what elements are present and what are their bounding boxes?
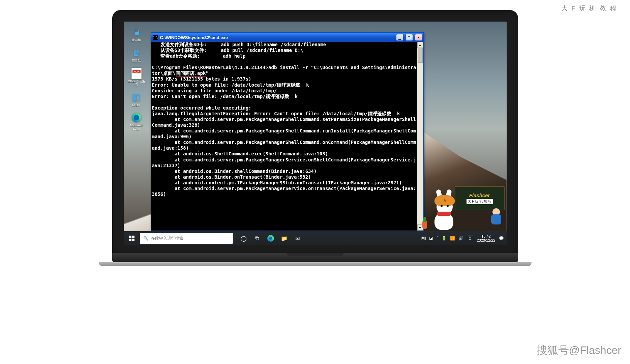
taskbar-search[interactable]: 🔍 在此键入进行搜索 [140,233,233,244]
scroll-up-button[interactable]: ▲ [417,42,423,48]
taskbar-explorer[interactable]: 📁 [277,231,291,245]
taskbar: 🔍 在此键入进行搜索 ◯ ⧉ 📁 ✉ MI ◪ ˄ 🔋 📶 🔊 英 [124,231,507,245]
svg-rect-3 [132,239,134,241]
cmd-scrollbar[interactable]: ▲ ▼ [417,42,423,231]
minimize-button[interactable]: _ [396,34,403,41]
page-watermark-bottom: 搜狐号@Flashcer [537,343,621,358]
cmd-window[interactable]: C:\ C:\WINDOWS\system32\cmd.exe _ □ ✕ 发送… [151,32,424,231]
svg-rect-2 [129,239,131,241]
search-placeholder: 在此键入进行搜索 [151,236,183,241]
tray-chevron-up-icon[interactable]: ˄ [436,236,438,241]
desktop-icon-edge[interactable]: Microsoft Edge [127,112,146,131]
page-watermark-top: 大 F 玩 机 教 程 [561,4,617,13]
tray-battery-icon[interactable]: 🔋 [442,236,447,241]
desktop-icons: 🖥 此电脑 🗑 回收站 Office激活指南 ◧ MIUI+ Mic [127,27,146,131]
cmd-output: 发送文件到设备SD卡: adb push D:\filename /sdcard… [152,42,416,231]
close-button[interactable]: ✕ [415,34,422,41]
cortana-button[interactable]: ◯ [237,231,250,245]
recycle-bin-icon: 🗑 [131,48,142,58]
system-tray: MI ◪ ˄ 🔋 📶 🔊 英 15:42 2020/12/22 💬 [421,234,506,242]
cmd-titlebar-icon: C:\ [153,35,158,40]
clock-date: 2020/12/22 [477,238,495,242]
tray-language[interactable]: 英 [467,236,473,241]
laptop-base [112,253,518,262]
cmd-title: C:\WINDOWS\system32\cmd.exe [160,35,394,40]
search-icon: 🔍 [143,236,148,241]
tray-clock[interactable]: 15:42 2020/12/22 [477,234,495,242]
tray-wifi-icon[interactable]: 📶 [450,236,455,241]
icon-label: 回收站 [132,59,141,63]
clock-time: 15:42 [481,234,491,238]
desktop-icon-miui-plus[interactable]: ◧ MIUI+ [127,92,146,107]
edge-icon [131,112,142,123]
cmd-body[interactable]: 发送文件到设备SD卡: adb push D:\filename /sdcard… [151,42,423,231]
this-pc-icon: 🖥 [131,27,142,38]
scroll-track[interactable] [417,48,423,224]
tray-mi-icon[interactable]: MI [421,236,426,241]
tray-app-icon[interactable]: ◪ [429,236,433,241]
miui-plus-icon: ◧ [131,92,142,103]
cmd-titlebar[interactable]: C:\ C:\WINDOWS\system32\cmd.exe _ □ ✕ [151,33,423,42]
svg-rect-1 [132,236,134,238]
desktop-icon-this-pc[interactable]: 🖥 此电脑 [127,27,146,42]
scroll-down-button[interactable]: ▼ [417,224,423,231]
desktop-icon-recycle-bin[interactable]: 🗑 回收站 [127,48,146,63]
scroll-thumb[interactable] [418,48,423,63]
windows-logo-icon [129,236,134,241]
laptop-mock: 🖥 此电脑 🗑 回收站 Office激活指南 ◧ MIUI+ Mic [112,10,518,262]
taskbar-mail[interactable]: ✉ [291,231,304,245]
icon-label: Microsoft Edge [127,124,146,131]
maximize-button[interactable]: □ [406,34,413,41]
icon-label: 此电脑 [132,39,141,42]
tray-notifications-icon[interactable]: 💬 [499,236,504,241]
start-button[interactable] [124,231,140,245]
tray-volume-icon[interactable]: 🔊 [458,236,463,241]
pdf-icon [131,68,142,79]
icon-label: MIUI+ [132,104,140,107]
taskbar-edge[interactable] [264,231,277,245]
desktop-screen: 🖥 此电脑 🗑 回收站 Office激活指南 ◧ MIUI+ Mic [124,22,507,245]
desktop-icon-office-pdf[interactable]: Office激活指南 [127,68,146,87]
svg-rect-0 [129,236,131,238]
task-view-button[interactable]: ⧉ [250,231,264,245]
icon-label: Office激活指南 [127,80,146,87]
